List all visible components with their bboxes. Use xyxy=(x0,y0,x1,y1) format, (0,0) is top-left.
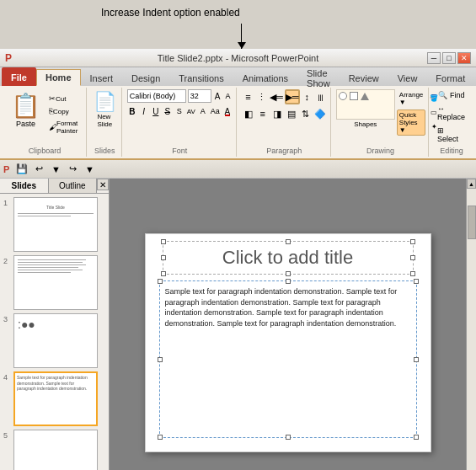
font-name-input[interactable] xyxy=(127,89,186,103)
tab-slideshow[interactable]: Slide Show xyxy=(297,69,340,86)
new-slide-label: NewSlide xyxy=(97,113,112,128)
align-left-button[interactable]: ◧ xyxy=(242,106,255,121)
italic-button[interactable]: I xyxy=(139,104,149,118)
decrease-font-button[interactable]: A xyxy=(223,89,233,103)
tab-insert[interactable]: Insert xyxy=(81,69,123,86)
tab-review[interactable]: Review xyxy=(340,69,388,86)
undo-dropdown-qat[interactable]: ▼ xyxy=(48,162,63,177)
tab-format[interactable]: Format xyxy=(426,69,474,86)
copy-button[interactable]: ⎘ Copy xyxy=(46,105,83,117)
slide-preview-2[interactable] xyxy=(13,255,98,310)
char-spacing-button[interactable]: AV xyxy=(186,104,196,118)
handle-br[interactable] xyxy=(410,271,415,276)
new-slide-button[interactable]: 📄 NewSlide xyxy=(90,89,120,130)
cut-button[interactable]: ✂ Cut xyxy=(46,93,83,104)
paste-button[interactable]: 📋 Paste xyxy=(7,89,45,131)
slide-thumb-2[interactable]: 2 xyxy=(3,255,105,310)
slide-content-box[interactable]: Sample text for paragraph indentation de… xyxy=(159,280,417,438)
shape-rect[interactable] xyxy=(350,92,358,100)
content-handle-mr[interactable] xyxy=(414,357,419,362)
font-label: Font xyxy=(172,145,187,155)
strikethrough-button[interactable]: S xyxy=(163,104,173,118)
text-case-button[interactable]: Aa xyxy=(210,104,221,118)
slide-thumb-5[interactable]: 5 Slide #1 xyxy=(3,430,105,470)
drawing-group: Shapes Arrange ▼ QuickStyles ▼ 🪣 ▭ ✦ Dra… xyxy=(333,88,429,157)
slides-list: 1 Title Slide 2 xyxy=(0,194,109,470)
tab-view[interactable]: View xyxy=(388,69,427,86)
close-button[interactable]: ✕ xyxy=(457,52,471,64)
arrange-button[interactable]: Arrange ▼ xyxy=(397,89,425,108)
format-painter-button[interactable]: 🖌 Format Painter xyxy=(46,118,83,136)
tab-slides[interactable]: Slides xyxy=(0,179,49,193)
ribbon-content: 📋 Paste ✂ Cut ⎘ Copy 🖌 Format Painter Cl… xyxy=(0,86,476,158)
save-button-qat[interactable]: 💾 xyxy=(14,162,29,177)
numbering-button[interactable]: ⋮ xyxy=(255,89,268,104)
editing-label: Editing xyxy=(440,145,463,155)
text-direction-button[interactable]: ⇅ xyxy=(299,106,313,121)
content-handle-tr[interactable] xyxy=(414,279,419,284)
content-handle-ml[interactable] xyxy=(158,357,163,362)
slide-thumb-3[interactable]: 3 :●● xyxy=(3,313,105,368)
tab-home[interactable]: Home xyxy=(36,69,81,86)
title-bar: P Title Slide2.pptx - Microsoft PowerPoi… xyxy=(0,49,476,67)
clear-format-button[interactable]: A xyxy=(198,104,208,118)
justify-button[interactable]: ▤ xyxy=(285,106,298,121)
shadow-button[interactable]: S xyxy=(174,104,185,118)
slide-thumb-4[interactable]: 4 Sample text for paragraph indentation … xyxy=(3,371,105,426)
scroll-up-button[interactable]: ▲ xyxy=(467,179,476,189)
tab-transitions[interactable]: Transitions xyxy=(169,69,233,86)
select-button[interactable]: ⊞ Select xyxy=(434,125,469,145)
content-handle-bm[interactable] xyxy=(286,435,291,440)
vertical-scrollbar[interactable]: ▲ ▼ xyxy=(466,179,476,470)
convert-to-smartart-button[interactable]: 🔷 xyxy=(313,106,327,121)
replace-button[interactable]: ↔ Replace xyxy=(434,103,469,123)
line-spacing-button[interactable]: ↕ xyxy=(301,89,313,104)
app-icon: P xyxy=(5,52,12,64)
handle-tl[interactable] xyxy=(161,239,166,244)
redo-button-qat[interactable]: ↪ xyxy=(65,162,80,177)
panel-close-button[interactable]: ✕ xyxy=(97,179,109,190)
window-controls[interactable]: ─ □ ✕ xyxy=(427,52,471,64)
customize-qat-button[interactable]: ▼ xyxy=(82,162,97,177)
bold-button[interactable]: B xyxy=(127,104,137,118)
handle-mr[interactable] xyxy=(410,255,415,260)
content-handle-bl[interactable] xyxy=(158,435,163,440)
slide-preview-5[interactable]: Slide #1 xyxy=(13,430,98,470)
underline-button[interactable]: U xyxy=(151,104,161,118)
slide-title-box[interactable]: Click to add title xyxy=(163,241,414,275)
tab-animations[interactable]: Animations xyxy=(233,69,297,86)
tab-design[interactable]: Design xyxy=(122,69,169,86)
tab-outline[interactable]: Outline xyxy=(49,179,98,193)
content-handle-tm[interactable] xyxy=(286,279,291,284)
handle-tm[interactable] xyxy=(286,239,291,244)
find-button[interactable]: 🔍 Find xyxy=(435,89,468,101)
handle-bl[interactable] xyxy=(161,271,166,276)
align-right-button[interactable]: ◨ xyxy=(270,106,284,121)
decrease-indent-button[interactable]: ◀═ xyxy=(269,89,284,104)
quick-styles-button[interactable]: QuickStyles ▼ xyxy=(397,109,425,136)
restore-button[interactable]: □ xyxy=(442,52,456,64)
handle-tr[interactable] xyxy=(410,239,415,244)
slide-thumb-1[interactable]: 1 Title Slide xyxy=(3,197,105,252)
slide-preview-4[interactable]: Sample text for paragraph indentation de… xyxy=(13,371,98,426)
increase-font-button[interactable]: A xyxy=(213,89,222,103)
shape-oval[interactable] xyxy=(339,92,347,100)
align-center-button[interactable]: ≡ xyxy=(256,106,270,121)
increase-indent-button[interactable]: ▶═ xyxy=(285,89,300,104)
undo-button-qat[interactable]: ↩ xyxy=(31,162,46,177)
slide-preview-1[interactable]: Title Slide xyxy=(13,197,98,252)
minimize-button[interactable]: ─ xyxy=(427,52,441,64)
bullets-button[interactable]: ≡ xyxy=(242,89,254,104)
content-handle-tl[interactable] xyxy=(158,279,163,284)
tab-file[interactable]: File xyxy=(2,67,36,86)
scroll-thumb[interactable] xyxy=(468,206,476,239)
handle-bm[interactable] xyxy=(286,271,291,276)
content-handle-br[interactable] xyxy=(414,435,419,440)
font-size-input[interactable] xyxy=(188,89,211,103)
columns-button[interactable]: ⫼ xyxy=(314,89,327,104)
slide-canvas: Click to add title Sample text for parag… xyxy=(145,233,431,452)
font-color-button[interactable]: A xyxy=(222,104,233,118)
slide-preview-3[interactable]: :●● xyxy=(13,313,98,368)
handle-ml[interactable] xyxy=(161,255,166,260)
shape-triangle[interactable] xyxy=(361,93,369,100)
